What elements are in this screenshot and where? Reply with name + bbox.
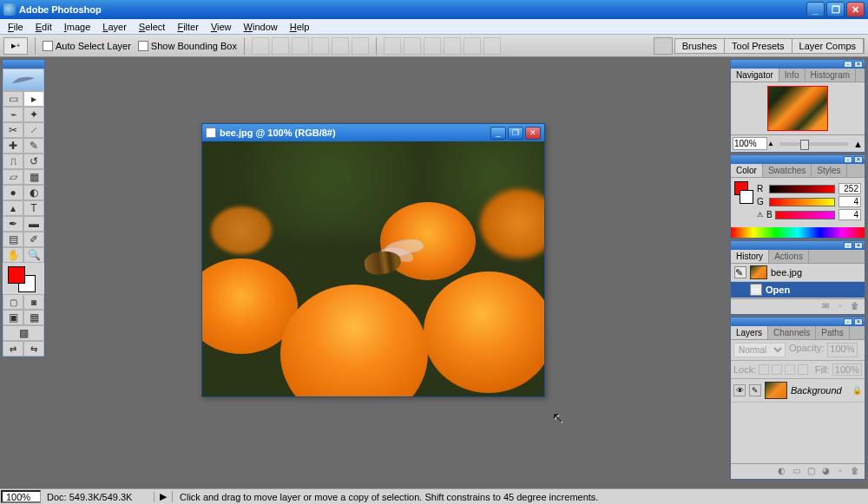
standard-mode-icon[interactable]: ▢ <box>3 294 23 310</box>
doc-close-button[interactable]: ✕ <box>525 127 541 140</box>
dock-tab-comps[interactable]: Layer Comps <box>792 39 864 53</box>
status-doc-size[interactable]: Doc: 549.3K/549.3K <box>42 492 155 502</box>
panel-close-button[interactable]: × <box>854 242 863 249</box>
tab-swatches[interactable]: Swatches <box>763 164 812 177</box>
tab-channels[interactable]: Channels <box>768 326 816 339</box>
panel-minimize-button[interactable]: - <box>844 242 852 249</box>
document-titlebar[interactable]: bee.jpg @ 100% (RGB/8#) _ ❐ ✕ <box>202 124 544 141</box>
tab-styles[interactable]: Styles <box>812 164 846 177</box>
tab-info[interactable]: Info <box>779 69 806 82</box>
foreground-color-swatch[interactable] <box>8 266 25 284</box>
minimize-button[interactable]: _ <box>806 2 825 17</box>
auto-select-checkbox[interactable]: Auto Select Layer <box>43 41 131 51</box>
move-tool[interactable]: ▸ <box>23 91 44 107</box>
gradient-tool[interactable]: ▦ <box>23 169 44 185</box>
hand-tool[interactable]: ✋ <box>3 247 23 263</box>
menu-image[interactable]: Image <box>58 20 97 34</box>
panel-close-button[interactable]: × <box>854 61 863 68</box>
close-button[interactable]: ✕ <box>846 2 865 17</box>
lasso-tool[interactable]: ⌁ <box>3 107 23 122</box>
screen-full-menu-icon[interactable]: ▦ <box>23 310 44 325</box>
zoom-out-icon[interactable]: ▲ <box>767 140 774 147</box>
color-spectrum[interactable] <box>731 227 865 238</box>
layer-mask-icon[interactable]: ▭ <box>790 466 802 478</box>
current-tool-icon[interactable]: ▸+ <box>3 37 28 55</box>
status-menu-arrow-icon[interactable]: ▶ <box>155 491 173 502</box>
tab-histogram[interactable]: Histogram <box>806 69 857 82</box>
history-step-open[interactable]: ▭ Open <box>731 282 865 298</box>
history-brush-source-icon[interactable]: ✎ <box>734 266 746 278</box>
marquee-tool[interactable]: ▭ <box>3 91 23 107</box>
crop-tool[interactable]: ✂ <box>3 122 23 138</box>
layer-link-icon[interactable]: ✎ <box>749 384 761 396</box>
panel-close-button[interactable]: × <box>854 318 863 325</box>
zoom-tool[interactable]: 🔍 <box>23 247 44 263</box>
jump-imageready-icon[interactable]: ⇄ <box>3 341 23 357</box>
zoom-slider[interactable] <box>779 142 848 146</box>
color-bg-swatch[interactable] <box>740 190 753 204</box>
new-set-icon[interactable]: ▢ <box>805 466 817 478</box>
menu-edit[interactable]: Edit <box>30 20 58 34</box>
notes-tool[interactable]: ▤ <box>3 232 23 247</box>
dodge-tool[interactable]: ◐ <box>23 185 44 200</box>
trash-icon[interactable]: 🗑 <box>849 301 861 313</box>
pen-tool[interactable]: ✒ <box>3 216 23 232</box>
doc-minimize-button[interactable]: _ <box>490 127 506 140</box>
menu-select[interactable]: Select <box>133 20 172 34</box>
panel-close-button[interactable]: × <box>854 156 863 163</box>
tab-navigator[interactable]: Navigator <box>731 69 779 82</box>
panel-minimize-button[interactable]: - <box>844 318 852 325</box>
toolbox-titlebar[interactable] <box>3 60 44 69</box>
jump-other-icon[interactable]: ⇆ <box>23 341 44 357</box>
tab-color[interactable]: Color <box>731 164 763 177</box>
menu-file[interactable]: File <box>2 20 30 34</box>
new-document-icon[interactable]: ▫ <box>834 301 846 313</box>
zoom-in-icon[interactable]: ▲ <box>853 139 863 149</box>
b-slider[interactable] <box>775 211 835 219</box>
tab-actions[interactable]: Actions <box>769 250 809 263</box>
menu-layer[interactable]: Layer <box>96 20 133 34</box>
maximize-button[interactable]: ❐ <box>826 2 845 17</box>
quickmask-mode-icon[interactable]: ◙ <box>23 294 44 310</box>
r-slider[interactable] <box>769 185 835 193</box>
tab-history[interactable]: History <box>731 250 769 263</box>
dock-tab-brushes[interactable]: Brushes <box>675 39 725 53</box>
history-source-row[interactable]: ✎ bee.jpg <box>731 264 865 282</box>
dock-tab-presets[interactable]: Tool Presets <box>725 39 792 53</box>
panel-minimize-button[interactable]: - <box>844 156 852 163</box>
layer-name-label[interactable]: Background <box>791 385 842 396</box>
shape-tool[interactable]: ▬ <box>23 216 44 232</box>
menu-filter[interactable]: Filter <box>171 20 204 34</box>
brush-tool[interactable]: ✎ <box>23 138 44 154</box>
screen-full-icon[interactable]: ▩ <box>3 325 44 341</box>
color-picker-area[interactable] <box>3 263 44 294</box>
blur-tool[interactable]: ● <box>3 185 23 200</box>
eyedropper-tool[interactable]: ✐ <box>23 232 44 247</box>
status-zoom-input[interactable] <box>1 490 41 503</box>
menu-help[interactable]: Help <box>284 20 316 34</box>
heal-tool[interactable]: ✚ <box>3 138 23 154</box>
tab-paths[interactable]: Paths <box>816 326 850 339</box>
layer-thumbnail[interactable] <box>765 382 787 399</box>
palette-well-icon[interactable] <box>654 37 673 55</box>
screen-standard-icon[interactable]: ▣ <box>3 310 23 325</box>
menu-view[interactable]: View <box>205 20 238 34</box>
new-layer-icon[interactable]: ▫ <box>834 466 846 478</box>
bounding-box-checkbox[interactable]: Show Bounding Box <box>138 41 237 51</box>
type-tool[interactable]: T <box>23 200 44 216</box>
slice-tool[interactable]: ⟋ <box>23 122 44 138</box>
navigator-thumbnail[interactable] <box>767 86 828 131</box>
wand-tool[interactable]: ✦ <box>23 107 44 122</box>
layer-background-row[interactable]: 👁 ✎ Background 🔒 <box>731 379 865 403</box>
navigator-zoom-input[interactable] <box>733 137 767 150</box>
visibility-icon[interactable]: 👁 <box>733 384 746 396</box>
r-value-input[interactable] <box>838 183 861 194</box>
doc-maximize-button[interactable]: ❐ <box>508 127 523 140</box>
document-canvas[interactable] <box>202 141 544 396</box>
path-select-tool[interactable]: ▴ <box>3 200 23 216</box>
history-brush-tool[interactable]: ↺ <box>23 154 44 169</box>
adjustment-layer-icon[interactable]: ◕ <box>819 466 832 478</box>
g-value-input[interactable] <box>838 196 861 207</box>
stamp-tool[interactable]: ⎍ <box>3 154 23 169</box>
layer-style-icon[interactable]: ◐ <box>775 466 787 478</box>
